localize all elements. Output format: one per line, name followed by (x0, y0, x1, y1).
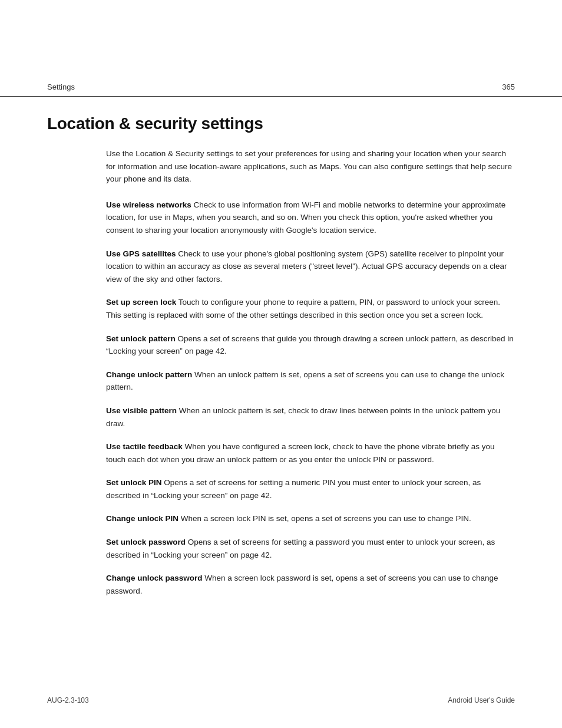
setting-description: When a screen lock PIN is set, opens a s… (178, 514, 471, 523)
setting-item: Use GPS satellites Check to use your pho… (106, 248, 515, 286)
setting-item: Set up screen lock Touch to configure yo… (106, 296, 515, 321)
setting-item: Set unlock PIN Opens a set of screens fo… (106, 476, 515, 502)
setting-item: Set unlock pattern Opens a set of screen… (106, 332, 515, 358)
intro-paragraph: Use the Location & Security settings to … (47, 147, 515, 186)
header-page-number: 365 (502, 83, 515, 91)
setting-term: Use tactile feedback (106, 442, 183, 451)
setting-item: Use tactile feedback When you have confi… (106, 440, 515, 466)
setting-term: Change unlock pattern (106, 370, 192, 379)
setting-term: Set unlock pattern (106, 334, 176, 343)
page-title: Location & security settings (47, 114, 515, 133)
setting-item: Change unlock password When a screen loc… (106, 572, 515, 597)
page-header: Settings 365 (0, 0, 562, 97)
page-footer: AUG-2.3-103 Android User's Guide (0, 684, 562, 716)
setting-description: Opens a set of screens for setting a num… (106, 478, 481, 500)
header-section-label: Settings (47, 83, 75, 91)
setting-term: Change unlock password (106, 574, 203, 582)
setting-term: Set unlock PIN (106, 478, 162, 487)
page: Settings 365 Location & security setting… (0, 0, 562, 728)
setting-term: Set up screen lock (106, 298, 176, 307)
main-content: Location & security settings Use the Loc… (0, 97, 562, 631)
setting-item: Use visible pattern When an unlock patte… (106, 404, 515, 430)
settings-list: Use wireless networks Check to use infor… (47, 199, 515, 598)
setting-term: Use GPS satellites (106, 249, 176, 258)
setting-item: Use wireless networks Check to use infor… (106, 199, 515, 237)
setting-item: Set unlock password Opens a set of scree… (106, 536, 515, 561)
footer-right-label: Android User's Guide (448, 696, 515, 704)
setting-item: Change unlock pattern When an unlock pat… (106, 368, 515, 394)
footer-left-label: AUG-2.3-103 (47, 696, 89, 704)
setting-term: Set unlock password (106, 538, 186, 546)
setting-item: Change unlock PIN When a screen lock PIN… (106, 512, 515, 525)
setting-term: Use visible pattern (106, 406, 177, 415)
setting-term: Use wireless networks (106, 200, 191, 209)
setting-term: Change unlock PIN (106, 514, 178, 523)
